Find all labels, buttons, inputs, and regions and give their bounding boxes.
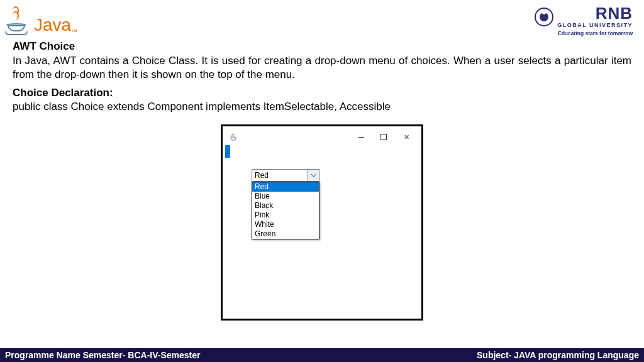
maximize-button[interactable]: [372, 129, 395, 145]
trademark-icon: ™: [71, 28, 77, 35]
section-title: AWT Choice: [13, 40, 631, 53]
rnb-brand-text: RNB: [557, 5, 633, 21]
window-titlebar[interactable]: [225, 129, 419, 145]
choice-option[interactable]: Green: [252, 229, 319, 239]
choice-dropdown-list: RedBlueBlackPinkWhiteGreen: [252, 182, 319, 239]
choice-option[interactable]: White: [252, 220, 319, 229]
close-button[interactable]: [395, 129, 418, 145]
choice-dropdown[interactable]: Red: [252, 169, 319, 182]
java-cup-icon: [5, 5, 31, 35]
minimize-button[interactable]: [350, 129, 372, 145]
declaration-heading: Choice Declaration:: [13, 87, 631, 99]
rnb-tagline: Educating stars for tomorrow: [535, 30, 633, 36]
choice-option[interactable]: Blue: [252, 192, 319, 201]
chevron-down-icon[interactable]: [308, 170, 319, 181]
section-description: In Java, AWT contains a Choice Class. It…: [13, 54, 631, 82]
rnb-globe-icon: [535, 8, 553, 26]
footer-programme: Programme Name Semester- BCA-IV-Semester: [5, 350, 200, 360]
footer-subject: Subject- JAVA programming Language: [477, 350, 639, 360]
window-controls: [350, 129, 418, 145]
slide-header: Java™ RNB GLOBAL UNIVERSITY Educating st…: [0, 0, 644, 36]
slide-footer: Programme Name Semester- BCA-IV-Semester…: [0, 348, 644, 362]
java-brand-text: Java: [34, 15, 71, 35]
java-app-icon: [229, 133, 238, 141]
slide-content: AWT Choice In Java, AWT contains a Choic…: [0, 36, 644, 321]
choice-option[interactable]: Pink: [252, 211, 319, 220]
rnb-subtitle: GLOBAL UNIVERSITY: [557, 22, 633, 28]
choice-option[interactable]: Red: [252, 182, 319, 192]
rnb-logo: RNB GLOBAL UNIVERSITY Educating stars fo…: [535, 5, 633, 36]
awt-window: Red RedBlueBlackPinkWhiteGreen: [225, 129, 419, 316]
choice-selected-value: Red: [252, 171, 308, 180]
java-logo: Java™: [5, 5, 77, 35]
example-screenshot: Red RedBlueBlackPinkWhiteGreen: [221, 124, 423, 321]
choice-component: Red RedBlueBlackPinkWhiteGreen: [252, 169, 319, 239]
selection-highlight: [225, 145, 230, 158]
choice-option[interactable]: Black: [252, 201, 319, 211]
declaration-code: public class Choice extends Component im…: [13, 101, 631, 113]
